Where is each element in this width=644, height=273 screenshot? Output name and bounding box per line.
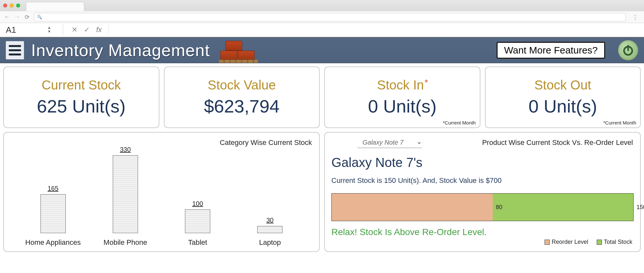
inventory-boxes-icon [219,40,261,63]
category-stock-panel: Category Wise Current Stock 16533010030 … [3,132,320,252]
bar-rect [257,226,282,233]
power-button[interactable] [618,40,638,60]
kpi-note: *Current Month [443,120,476,125]
kpi-value: 0 Unit(s) [368,96,437,117]
bar-value: 330 [120,146,131,153]
reorder-value-label: 80 [496,204,502,211]
browser-toolbar: ← → ⟳ 🔍 ⋮ [0,11,644,23]
legend-swatch-reorder [545,240,550,245]
bar-value: 100 [192,200,203,208]
category-bar: 165 [24,185,82,233]
panel-title: Product Wise Current Stock Vs. Re-Order … [482,138,633,147]
reorder-segment [332,194,493,221]
app-header: Inventory Management Want More Features? [0,37,644,63]
total-segment [493,194,633,221]
product-subline: Current Stock is 150 Unit(s). And, Stock… [331,176,634,185]
formula-bar: A1 ▲ ▼ ✕ ✓ fx [0,23,644,37]
bar-value: 165 [48,185,58,192]
kpi-label: Stock Out [534,78,591,92]
kpi-stock-value: Stock Value $623,794 [164,66,320,128]
total-value-label: 150 [637,204,644,211]
category-axis-labels: Home AppliancesMobile PhoneTabletLaptop [17,238,306,247]
legend-swatch-total [597,240,602,245]
kpi-label-text: Stock In [377,78,424,92]
cancel-formula-icon[interactable]: ✕ [72,26,77,34]
cell-reference[interactable]: A1 [2,25,47,35]
legend-item-total: Total Stock [597,239,632,245]
legend: Reorder Level Total Stock [545,239,632,245]
category-bar: 30 [241,217,299,233]
stock-vs-reorder-bar: 80150 [331,193,634,221]
category-bar: 330 [96,146,155,233]
cell-reference-stepper[interactable]: ▲ ▼ [47,26,51,34]
legend-label: Reorder Level [552,239,588,245]
browser-tab-bar [0,0,644,11]
kpi-stock-in: Stock In* 0 Unit(s) *Current Month [324,66,480,128]
asterisk-icon: * [425,77,428,88]
browser-menu-icon[interactable]: ⋮ [630,14,640,21]
product-select[interactable]: Galaxy Note 7 [357,138,422,148]
kpi-value: 0 Unit(s) [528,96,597,117]
kpi-stock-out: Stock Out 0 Unit(s) *Current Month [485,66,641,128]
more-features-button[interactable]: Want More Features? [497,42,605,59]
axis-label: Laptop [241,238,299,247]
browser-chrome: ← → ⟳ 🔍 ⋮ [0,0,644,23]
stock-status-message: Relax! Stock Is Above Re-Order Level. [331,227,634,237]
product-stock-panel: Galaxy Note 7 Product Wise Current Stock… [324,132,641,252]
minimize-window-icon[interactable] [10,4,14,7]
axis-label: Mobile Phone [96,238,155,247]
chevron-down-icon[interactable]: ▼ [47,30,51,34]
formula-input[interactable] [108,25,642,35]
app-title: Inventory Management [31,41,210,60]
bar-rect [185,209,210,233]
address-bar[interactable]: 🔍 [34,13,626,21]
product-heading: Galaxy Note 7's [331,155,634,170]
bar-rect [40,194,66,233]
close-window-icon[interactable] [3,4,7,7]
legend-label: Total Stock [604,239,632,245]
kpi-label: Current Stock [41,78,121,92]
category-bar: 100 [168,200,227,233]
axis-label: Tablet [168,238,227,247]
kpi-value: $623,794 [204,96,280,117]
bar-value: 30 [266,217,273,224]
kpi-note: *Current Month [603,120,636,125]
browser-tab[interactable] [26,2,84,11]
accept-formula-icon[interactable]: ✓ [84,26,90,34]
maximize-window-icon[interactable] [16,4,20,7]
axis-label: Home Appliances [24,238,82,247]
menu-button[interactable] [6,41,24,59]
kpi-current-stock: Current Stock 625 Unit(s) [3,66,159,128]
separator [63,25,63,35]
kpi-label: Stock In* [377,78,427,92]
panel-title: Category Wise Current Stock [220,138,312,147]
back-icon[interactable]: ← [4,14,10,20]
kpi-value: 625 Unit(s) [37,96,126,117]
reload-icon[interactable]: ⟳ [25,14,29,21]
window-controls[interactable] [3,4,20,7]
kpi-row: Current Stock 625 Unit(s) Stock Value $6… [3,66,641,128]
category-bar-chart: 16533010030 [17,149,306,233]
fx-label[interactable]: fx [96,26,102,34]
kpi-label: Stock Value [208,78,276,92]
search-icon: 🔍 [37,15,42,19]
bar-rect [113,155,138,233]
power-icon [622,44,634,56]
forward-icon[interactable]: → [14,14,20,20]
legend-item-reorder: Reorder Level [545,239,588,245]
